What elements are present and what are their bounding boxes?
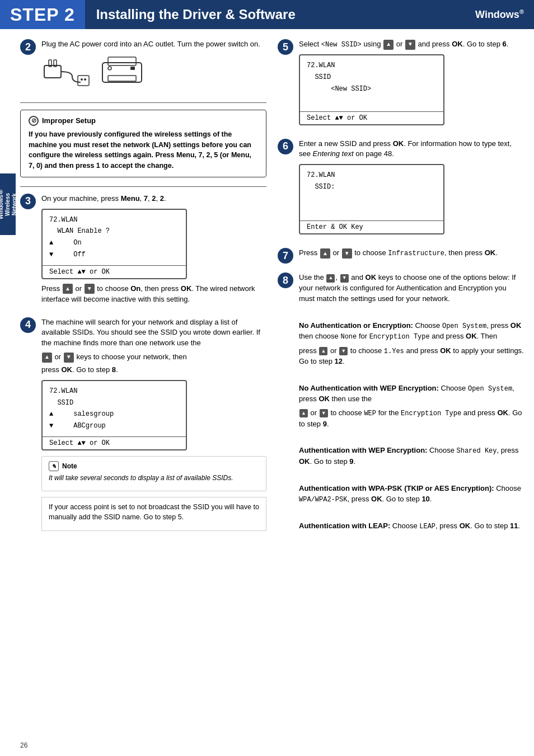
svg-rect-8 [108,76,136,81]
step-8-opt1-body2: press ▲ or ▼ to choose 1.Yes and press O… [299,346,524,367]
improper-setup-header: ⊘ Improper Setup [29,116,258,126]
down-btn-8a: ▼ [340,274,349,283]
step-4-lcd-content: 72.WLAN SSID ▲ salesgroup ▼ ABCgroup [43,381,186,437]
step-4-keys: ▲ or ▼ keys to choose your network, then [41,352,266,363]
lcd-s6-line-2: SSID: [307,181,437,193]
lcd-line-3: ▲ On [49,237,179,249]
down-btn-5: ▼ [405,40,415,50]
improper-setup-box: ⊘ Improper Setup If you have previously … [20,110,266,177]
step-6-body: Enter a new SSID and press OK. For infor… [299,139,524,240]
header-windows: Windows® [475,8,524,21]
lcd-s5-line-3: <New SSID> [307,83,437,95]
step-3-lcd-status: Select ▲▼ or OK [43,266,186,278]
down-btn-2: ▼ [64,353,74,363]
improper-icon: ⊘ [29,116,39,126]
step-3-number: 3 [20,194,36,209]
step-5-lcd-status: Select ▲▼ or OK [300,112,443,124]
note-header: ✎ Note [49,461,259,471]
step-4-section: 4 The machine will search for your netwo… [20,317,266,537]
down-btn-7: ▼ [342,248,352,259]
svg-rect-7 [108,57,136,65]
down-btn-icon: ▼ [85,284,95,294]
improper-setup-body: If you have previously configured the wi… [29,129,258,171]
step-8-section: 8 Use the ▲, ▼ and OK keys to choose one… [278,273,524,535]
step-label-box: STEP 2 [0,0,85,29]
step-8-opt2-title: No Authentication with WEP Encryption: C… [299,383,524,405]
lcd-line-4: ▼ Off [49,249,179,261]
main-content: 2 Plug the AC power cord into an AC outl… [0,29,534,556]
step-5-section: 5 Select <New SSID> using ▲ or ▼ and pre… [278,39,524,130]
step-3-section: 3 On your machine, press Menu, 7, 2, 2. … [20,194,266,308]
lcd-line-2: WLAN Enable ? [49,226,179,237]
header-title: Installing the Driver & Software [96,7,296,22]
svg-point-10 [108,67,111,70]
left-column: 2 Plug the AC power cord into an AC outl… [20,39,266,546]
step-7-number: 7 [278,248,293,264]
separator-1 [20,102,266,103]
step-4-note: ✎ Note It will take several seconds to d… [41,456,266,491]
step-6-lcd-status: Enter & OK Key [300,221,443,233]
step-8-body: Use the ▲, ▼ and OK keys to choose one o… [299,273,524,535]
step-8-opt1-title: No Authentication or Encryption: Choose … [299,321,524,342]
step-4-lcd-status: Select ▲▼ or OK [43,437,186,449]
svg-rect-9 [130,67,135,70]
up-btn-icon: ▲ [63,284,73,294]
svg-point-4 [81,78,83,81]
side-tab-label: Windows®WirelessNetwork [0,189,18,220]
step-8-opt4: Authentication with WPA-PSK (TKIP or AES… [299,483,524,505]
header-windows-box: Windows® [465,0,534,29]
page-header: STEP 2 Installing the Driver & Software … [0,0,534,29]
up-btn-8a: ▲ [326,274,335,283]
header-title-box: Installing the Driver & Software [85,0,465,29]
up-btn-5: ▲ [383,40,394,50]
step-3-body: On your machine, press Menu, 7, 2, 2. 72… [41,194,266,308]
lcd-s6-spacer2 [307,205,437,217]
lcd-s6-line-1: 72.WLAN [307,170,437,181]
step-3-text: On your machine, press Menu, 7, 2, 2. [41,194,266,204]
right-column: 5 Select <New SSID> using ▲ or ▼ and pre… [278,39,524,546]
note-icon: ✎ [49,461,59,471]
step-5-body: Select <New SSID> using ▲ or ▼ and press… [299,39,524,130]
lcd-s4-line-4: ▼ ABCgroup [49,420,179,432]
lcd-s5-line-1: 72.WLAN [307,60,437,72]
step-4-text: The machine will search for your network… [41,317,266,349]
step-4-info: If your access point is set to not broad… [41,497,266,530]
power-cord-icon [41,54,92,88]
step-2-body: Plug the AC power cord into an AC outlet… [41,39,266,93]
step-2-text: Plug the AC power cord into an AC outlet… [41,39,266,50]
svg-rect-3 [78,76,89,86]
step-8-intro: Use the ▲, ▼ and OK keys to choose one o… [299,273,524,304]
step-label: STEP 2 [10,4,75,25]
lcd-s6-spacer1 [307,193,437,205]
svg-rect-0 [44,65,61,78]
lcd-line-1: 72.WLAN [49,214,179,226]
step-6-number: 6 [278,139,293,154]
printer-icon [100,54,144,88]
step-4-lcd: 72.WLAN SSID ▲ salesgroup ▼ ABCgroup Sel… [41,380,187,450]
lcd-s5-spacer [307,95,437,107]
up-btn-2: ▲ [42,353,52,363]
step-6-section: 6 Enter a new SSID and press OK. For inf… [278,139,524,240]
svg-point-5 [84,78,86,81]
step-4-body: The machine will search for your network… [41,317,266,537]
step-7-section: 7 Press ▲ or ▼ to choose Infrastructure,… [278,248,524,264]
step-2-number: 2 [20,39,36,55]
step-4-press-ok: press OK. Go to step 8. [41,365,266,375]
step-5-number: 5 [278,39,293,55]
step-3-lcd-content: 72.WLAN WLAN Enable ? ▲ On ▼ Off [43,210,186,266]
step-4-number: 4 [20,317,36,333]
down-btn-8b: ▼ [339,347,348,355]
step-2-image [41,54,266,88]
lcd-s4-line-3: ▲ salesgroup [49,408,179,420]
lcd-s4-line-1: 72.WLAN [49,386,179,397]
step-8-opt5: Authentication with LEAP: Choose LEAP, p… [299,521,524,532]
step-3-lcd: 72.WLAN WLAN Enable ? ▲ On ▼ Off Select … [41,209,187,279]
step-5-lcd-content: 72.WLAN SSID <New SSID> [300,55,443,111]
step-6-lcd-content: 72.WLAN SSID: [300,165,443,221]
up-btn-7: ▲ [320,248,330,259]
lcd-s4-line-2: SSID [49,397,179,409]
step-4-info-text: If your access point is set to not broad… [49,502,259,522]
step-8-opt2-body2: ▲ or ▼ to choose WEP for the Encryption … [299,408,524,429]
step-3-press-text: Press ▲ or ▼ to choose On, then press OK… [41,284,266,305]
step-5-text: Select <New SSID> using ▲ or ▼ and press… [299,39,524,50]
